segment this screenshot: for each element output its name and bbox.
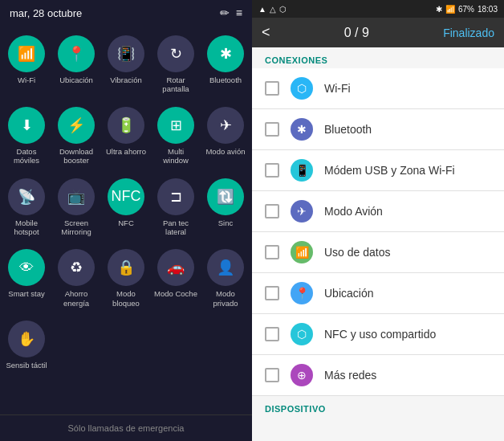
tile-label-ultra: Ultra ahorro — [106, 147, 146, 156]
tile-ultra[interactable]: 🔋Ultra ahorro — [103, 102, 149, 170]
tile-label-sensib: Sensib táctil — [6, 361, 47, 370]
tile-rotar[interactable]: ↻Rotar pantalla — [152, 31, 199, 99]
tile-sensib[interactable]: ✋Sensib táctil — [3, 316, 50, 374]
progress-counter: 0 / 9 — [344, 26, 369, 40]
tile-label-rotar: Rotar pantalla — [154, 76, 197, 94]
settings-icon-bt: ✱ — [291, 118, 313, 141]
tile-icon-mirroring: 📺 — [58, 178, 95, 215]
tile-label-datos: Datos móviles — [5, 147, 48, 165]
tile-hotspot[interactable]: 📡Mobile hotspot — [3, 174, 50, 242]
tile-label-wifi: Wi-Fi — [18, 76, 35, 84]
checkbox-nfc[interactable] — [265, 327, 279, 341]
tile-icon-ahorro: ♻ — [58, 249, 95, 286]
settings-header: < 0 / 9 Finalizado — [252, 18, 504, 47]
checkbox-more[interactable] — [265, 368, 279, 382]
tile-label-bloqueo: Modo bloqueo — [104, 289, 148, 308]
tile-coche[interactable]: 🚗Modo Coche — [152, 244, 199, 312]
status-bar-left: mar, 28 octubre ✏ ≡ — [0, 0, 252, 24]
tile-label-ahorro: Ahorro energía — [55, 289, 98, 308]
tile-label-hotspot: Mobile hotspot — [5, 218, 48, 237]
settings-item-usb[interactable]: 📱Módem USB y Zona Wi-Fi — [252, 150, 504, 191]
settings-icon-airplane: ✈ — [291, 200, 313, 223]
tile-avion[interactable]: ✈Modo avión — [202, 102, 249, 170]
settings-item-more[interactable]: ⊕Más redes — [252, 355, 504, 396]
tile-vibracion[interactable]: 📳Vibración — [103, 31, 149, 99]
settings-item-wifi[interactable]: ⬡Wi-Fi — [252, 68, 504, 109]
settings-label-airplane: Modo Avión — [324, 205, 383, 218]
bt-status-icon: ⬡ — [279, 5, 287, 14]
tile-bloqueo[interactable]: 🔒Modo bloqueo — [103, 244, 149, 312]
tile-icon-ultra: 🔋 — [108, 107, 144, 144]
tile-label-download: Download booster — [55, 147, 98, 165]
settings-item-nfc[interactable]: ⬡NFC y uso compartido — [252, 314, 504, 355]
settings-label-more: Más redes — [324, 369, 376, 382]
checkbox-usb[interactable] — [265, 163, 279, 178]
status-right-info: ✱ 📶 67% 18:03 — [436, 5, 498, 14]
tile-nfc[interactable]: NFCNFC — [103, 174, 149, 242]
settings-label-data: Uso de datos — [324, 246, 391, 259]
quick-tiles-grid: 📶Wi-Fi📍Ubicación📳Vibración↻Rotar pantall… — [0, 24, 252, 414]
tile-download[interactable]: ⚡Download booster — [53, 102, 100, 170]
settings-label-bt: Bluetooth — [324, 123, 372, 136]
tile-ubicacion[interactable]: 📍Ubicación — [53, 31, 100, 99]
tile-icon-smartstay: 👁 — [8, 249, 45, 286]
checkbox-airplane[interactable] — [265, 204, 279, 218]
tile-icon-privado: 👤 — [207, 249, 244, 286]
settings-item-data[interactable]: 📶Uso de datos — [252, 232, 504, 273]
right-panel: ▲ △ ⬡ ✱ 📶 67% 18:03 < 0 / 9 Finalizado C… — [252, 0, 504, 441]
notification-icon: ▲ — [258, 5, 266, 14]
tile-smartstay[interactable]: 👁Smart stay — [3, 244, 50, 312]
tile-icon-bloqueo: 🔒 — [108, 249, 144, 286]
settings-item-location[interactable]: 📍Ubicación — [252, 273, 504, 314]
tile-label-vibracion: Vibración — [110, 76, 141, 84]
tile-label-smartstay: Smart stay — [8, 289, 44, 298]
tile-icon-multiwindow: ⊞ — [157, 107, 194, 144]
tile-sinc[interactable]: 🔃Sinc — [202, 174, 249, 242]
tile-multiwindow[interactable]: ⊞Multi window — [152, 102, 199, 170]
tile-icon-sensib: ✋ — [8, 321, 45, 357]
tile-label-bluetooth: Bluetooth — [209, 76, 242, 84]
tile-label-privado: Modo privado — [204, 289, 247, 308]
back-button[interactable]: < — [262, 24, 270, 41]
tile-icon-nfc: NFC — [108, 178, 144, 215]
tile-ahorro[interactable]: ♻Ahorro energía — [53, 244, 100, 312]
checkbox-location[interactable] — [265, 286, 279, 300]
tile-pan[interactable]: ⊐Pan tec lateral — [152, 174, 199, 242]
tile-label-ubicacion: Ubicación — [59, 76, 93, 84]
settings-item-airplane[interactable]: ✈Modo Avión — [252, 191, 504, 232]
status-bar-right: ▲ △ ⬡ ✱ 📶 67% 18:03 — [252, 0, 504, 18]
settings-label-wifi: Wi-Fi — [324, 82, 351, 95]
tile-bluetooth[interactable]: ✱Bluetooth — [202, 31, 249, 99]
checkbox-bt[interactable] — [265, 122, 279, 137]
emergency-bar: Sólo llamadas de emergencia — [0, 414, 252, 441]
checkbox-wifi[interactable] — [265, 81, 279, 96]
tile-icon-pan: ⊐ — [157, 178, 194, 215]
tile-mirroring[interactable]: 📺Screen Mirroring — [53, 174, 100, 242]
tile-icon-vibracion: 📳 — [108, 35, 144, 72]
tile-privado[interactable]: 👤Modo privado — [202, 244, 249, 312]
settings-item-bt[interactable]: ✱Bluetooth — [252, 109, 504, 150]
settings-label-usb: Módem USB y Zona Wi-Fi — [324, 164, 455, 177]
tile-label-coche: Modo Coche — [154, 289, 197, 298]
tile-icon-datos: ⬇ — [8, 107, 45, 144]
section-header-0: CONEXIONES — [252, 47, 504, 68]
finalizado-button[interactable]: Finalizado — [443, 27, 494, 39]
edit-icon[interactable]: ✏ — [220, 6, 230, 19]
tile-datos[interactable]: ⬇Datos móviles — [3, 102, 50, 170]
tile-icon-coche: 🚗 — [157, 249, 194, 286]
signal-bars: 📶 — [445, 5, 455, 14]
tile-label-sinc: Sinc — [218, 218, 233, 227]
tile-icon-sinc: 🔃 — [207, 178, 244, 215]
tile-icon-avion: ✈ — [207, 107, 244, 144]
tile-icon-rotar: ↻ — [157, 35, 194, 72]
status-icons: ✏ ≡ — [220, 6, 242, 19]
checkbox-data[interactable] — [265, 245, 279, 259]
menu-icon[interactable]: ≡ — [236, 6, 242, 19]
tile-icon-hotspot: 📡 — [8, 178, 45, 215]
tile-label-pan: Pan tec lateral — [154, 218, 197, 237]
settings-icon-nfc: ⬡ — [291, 323, 313, 345]
battery-text: 67% — [458, 5, 474, 14]
tile-wifi[interactable]: 📶Wi-Fi — [3, 31, 50, 99]
tile-label-multiwindow: Multi window — [154, 147, 197, 165]
tile-label-mirroring: Screen Mirroring — [55, 218, 98, 237]
